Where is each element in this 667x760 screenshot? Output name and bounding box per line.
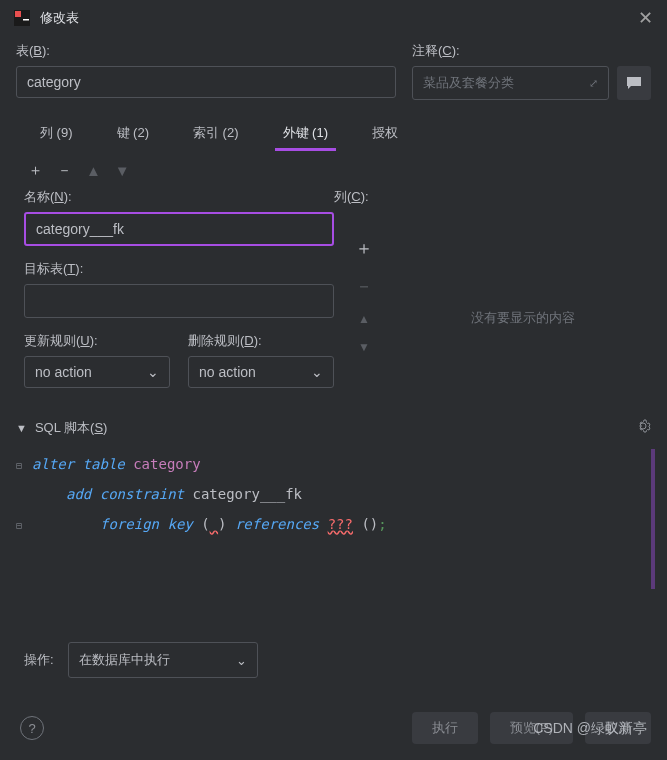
chat-icon	[626, 76, 642, 90]
update-rule-select[interactable]: no action ⌄	[24, 356, 170, 388]
delete-rule-label: 删除规则(D):	[188, 332, 334, 350]
fk-name-label: 名称(N):	[24, 188, 334, 206]
action-label: 操作:	[24, 651, 54, 669]
gutter-fold-icon[interactable]: ⊟	[16, 451, 22, 481]
col-remove-icon[interactable]: －	[355, 274, 373, 298]
delete-rule-select[interactable]: no action ⌄	[188, 356, 334, 388]
tab-grants[interactable]: 授权	[364, 118, 406, 150]
gear-icon[interactable]	[635, 418, 651, 437]
action-select[interactable]: 在数据库中执行 ⌄	[68, 642, 258, 678]
comment-value: 菜品及套餐分类	[423, 74, 514, 92]
move-down-icon[interactable]: ▼	[115, 162, 130, 179]
fk-target-label: 目标表(T):	[24, 260, 334, 278]
comment-button[interactable]	[617, 66, 651, 100]
sql-section-label: SQL 脚本(S)	[35, 419, 108, 437]
tab-indexes[interactable]: 索引 (2)	[185, 118, 247, 150]
col-up-icon[interactable]: ▲	[358, 312, 370, 326]
empty-columns-message: 没有要显示的内容	[394, 188, 651, 388]
col-add-icon[interactable]: ＋	[355, 236, 373, 260]
comment-input[interactable]: 菜品及套餐分类 ⤢	[412, 66, 609, 100]
chevron-down-icon: ⌄	[236, 653, 247, 668]
svg-rect-2	[23, 19, 29, 21]
preview-button[interactable]: 预览(P)	[490, 712, 573, 744]
table-label: 表(B):	[16, 42, 396, 60]
remove-icon[interactable]: －	[57, 161, 72, 180]
close-icon[interactable]: ✕	[638, 7, 653, 29]
table-input[interactable]	[16, 66, 396, 98]
execute-button[interactable]: 执行	[412, 712, 478, 744]
expand-icon[interactable]: ⤢	[589, 77, 598, 90]
tab-keys[interactable]: 键 (2)	[109, 118, 158, 150]
tab-foreign-keys[interactable]: 外键 (1)	[275, 118, 337, 150]
tab-columns[interactable]: 列 (9)	[32, 118, 81, 150]
col-down-icon[interactable]: ▼	[358, 340, 370, 354]
collapse-icon[interactable]: ▼	[16, 422, 27, 434]
svg-rect-1	[15, 11, 21, 17]
chevron-down-icon: ⌄	[147, 364, 159, 380]
columns-label: 列(C):	[334, 188, 394, 206]
cancel-button[interactable]: 取消	[585, 712, 651, 744]
move-up-icon[interactable]: ▲	[86, 162, 101, 179]
chevron-down-icon: ⌄	[311, 364, 323, 380]
fk-name-input[interactable]	[24, 212, 334, 246]
gutter-fold-end-icon[interactable]: ⊟	[16, 511, 22, 541]
add-icon[interactable]: ＋	[28, 161, 43, 180]
fk-target-input[interactable]	[24, 284, 334, 318]
window-title: 修改表	[40, 9, 628, 27]
sql-editor[interactable]: ⊟ ⊟ alter table category add constraint …	[18, 449, 655, 589]
app-icon	[14, 10, 30, 26]
help-button[interactable]: ?	[20, 716, 44, 740]
update-rule-label: 更新规则(U):	[24, 332, 170, 350]
comment-label: 注释(C):	[412, 42, 651, 60]
